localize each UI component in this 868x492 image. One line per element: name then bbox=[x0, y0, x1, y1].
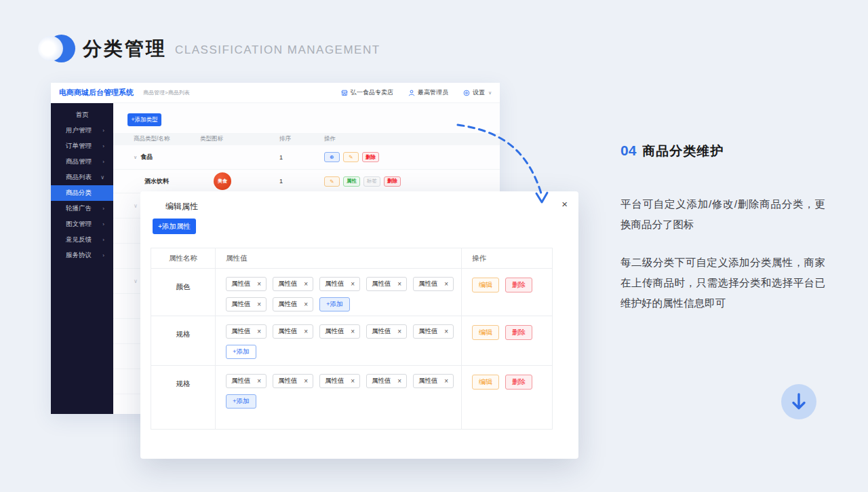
row-actions: ⊕✎删除 bbox=[324, 152, 500, 162]
edit-button[interactable]: 编辑 bbox=[472, 375, 499, 390]
annotation-panel: 04 商品分类维护 平台可自定义添加/修改/删除商品分类，更换商品分了图标 每二… bbox=[620, 143, 825, 160]
attr-value-label: 属性值 bbox=[325, 327, 344, 336]
brand-logo bbox=[39, 34, 72, 64]
edit-button[interactable]: ✎ bbox=[324, 176, 340, 187]
tag-remove-icon[interactable]: × bbox=[444, 377, 448, 385]
category-table-header: 商品类型/名称类型图标排序操作 bbox=[113, 133, 500, 145]
annotation-paragraph-1: 平台可自定义添加/修改/删除商品分类，更换商品分了图标 bbox=[620, 194, 825, 235]
tag-remove-icon[interactable]: × bbox=[304, 377, 308, 385]
tag-remove-icon[interactable]: × bbox=[444, 280, 448, 288]
edit-button[interactable]: 编辑 bbox=[472, 325, 499, 340]
tag-remove-icon[interactable]: × bbox=[351, 280, 355, 288]
tag-remove-icon[interactable]: × bbox=[444, 328, 448, 335]
user-icon bbox=[408, 90, 415, 96]
attr-value-label: 属性值 bbox=[418, 280, 438, 288]
category-name-cell[interactable]: 酒水饮料 bbox=[113, 177, 200, 186]
tag-remove-icon[interactable]: × bbox=[257, 280, 261, 288]
category-name-cell[interactable]: ∨食品 bbox=[113, 153, 200, 162]
delete-button[interactable]: 删除 bbox=[384, 176, 401, 187]
sidebar-item-label: 意见反馈 bbox=[66, 235, 92, 244]
store-menu[interactable]: 弘一食品专卖店 bbox=[341, 88, 393, 97]
tag-remove-icon[interactable]: × bbox=[397, 328, 401, 335]
tag-remove-icon[interactable]: × bbox=[257, 377, 261, 385]
add-type-button[interactable]: +添加类型 bbox=[127, 113, 161, 126]
delete-button[interactable]: 删除 bbox=[505, 375, 532, 390]
admin-brand: 电商商城后台管理系统 bbox=[59, 88, 134, 98]
add-value-button[interactable]: +添加 bbox=[226, 345, 256, 359]
attr-value-tag: 属性值× bbox=[319, 374, 360, 388]
tag-remove-icon[interactable]: × bbox=[351, 377, 355, 385]
tag-remove-icon[interactable]: × bbox=[304, 328, 308, 335]
delete-button[interactable]: 删除 bbox=[505, 278, 532, 292]
delete-button[interactable]: 删除 bbox=[362, 152, 379, 162]
add-value-button[interactable]: +添加 bbox=[319, 297, 350, 311]
sidebar-item-7[interactable]: 轮播广告› bbox=[51, 201, 113, 216]
tag-remove-icon[interactable]: × bbox=[257, 301, 261, 308]
sidebar-item-6[interactable]: 商品分类 bbox=[51, 185, 113, 201]
attr-value-tag: 属性值× bbox=[273, 297, 313, 311]
sidebar-item-label: 服务协议 bbox=[66, 251, 92, 260]
section-number: 04 bbox=[620, 143, 636, 159]
expand-chevron-icon: ∨ bbox=[113, 203, 138, 209]
tag-wrap: 属性值×属性值×属性值×属性值×属性值×+添加 bbox=[226, 324, 454, 359]
tag-remove-icon[interactable]: × bbox=[351, 328, 355, 335]
attribute-row: 规格属性值×属性值×属性值×属性值×属性值×+添加编辑删除 bbox=[151, 316, 552, 365]
tag-remove-icon[interactable]: × bbox=[257, 328, 261, 335]
attribute-actions: 编辑删除 bbox=[462, 269, 552, 318]
store-name: 弘一食品专卖店 bbox=[351, 88, 393, 97]
sidebar-item-2[interactable]: 用户管理› bbox=[51, 123, 113, 138]
add-value-button[interactable]: +添加 bbox=[226, 394, 256, 409]
attr-value-label: 属性值 bbox=[372, 280, 391, 288]
attribute-button[interactable]: 属性 bbox=[343, 176, 360, 187]
attribute-values-cell: 属性值×属性值×属性值×属性值×属性值×属性值×属性值×+添加 bbox=[216, 269, 462, 318]
attribute-actions: 编辑删除 bbox=[462, 316, 552, 366]
tag-remove-icon[interactable]: × bbox=[397, 280, 401, 288]
attribute-row: 规格属性值×属性值×属性值×属性值×属性值×+添加编辑删除 bbox=[151, 365, 552, 429]
topbar-right: 弘一食品专卖店 最高管理员 设置 ∨ bbox=[341, 88, 492, 97]
column-header: 类型图标 bbox=[200, 135, 279, 143]
expand-chevron-icon: ∨ bbox=[113, 278, 138, 284]
attr-value-label: 属性值 bbox=[231, 327, 251, 336]
chevron-right-icon: › bbox=[102, 128, 104, 134]
sidebar-item-label: 图文管理 bbox=[66, 220, 92, 229]
column-header: 操作 bbox=[462, 248, 552, 268]
logo-light-circle bbox=[38, 36, 63, 61]
attr-value-tag: 属性值× bbox=[413, 324, 454, 339]
attr-value-label: 属性值 bbox=[325, 377, 344, 385]
tag-button[interactable]: 标签 bbox=[363, 176, 380, 187]
sidebar-item-8[interactable]: 图文管理› bbox=[51, 216, 113, 232]
edit-button[interactable]: 编辑 bbox=[472, 278, 499, 292]
admin-topbar: 电商商城后台管理系统 商品管理>商品列表 弘一食品专卖店 最高管理员 设置 ∨ bbox=[51, 83, 500, 103]
add-sub-button[interactable]: ⊕ bbox=[324, 152, 340, 162]
sidebar-item-1[interactable]: 首页 bbox=[51, 107, 113, 123]
tag-remove-icon[interactable]: × bbox=[304, 301, 308, 308]
delete-button[interactable]: 删除 bbox=[505, 325, 532, 340]
sidebar-item-3[interactable]: 订单管理› bbox=[51, 138, 113, 154]
sidebar-item-5[interactable]: 商品列表∨ bbox=[51, 170, 113, 185]
category-name: 食品 bbox=[140, 153, 153, 162]
attr-value-tag: 属性值× bbox=[366, 374, 407, 388]
sort-value: 1 bbox=[279, 178, 324, 185]
settings-menu[interactable]: 设置 ∨ bbox=[463, 88, 492, 97]
sidebar-item-9[interactable]: 意见反馈› bbox=[51, 232, 113, 248]
attr-value-tag: 属性值× bbox=[413, 374, 454, 388]
sidebar-item-4[interactable]: 商品管理› bbox=[51, 154, 113, 170]
attr-value-tag: 属性值× bbox=[366, 324, 407, 339]
column-header: 属性名称 bbox=[151, 248, 216, 268]
annotation-heading: 04 商品分类维护 bbox=[620, 143, 825, 160]
close-icon[interactable]: × bbox=[561, 199, 568, 209]
scroll-down-button[interactable] bbox=[781, 384, 816, 419]
chevron-right-icon: › bbox=[102, 221, 104, 227]
category-icon: 美食 bbox=[214, 172, 231, 190]
tag-remove-icon[interactable]: × bbox=[397, 377, 401, 385]
edit-button[interactable]: ✎ bbox=[343, 152, 359, 162]
add-attribute-button[interactable]: +添加属性 bbox=[153, 219, 196, 234]
tag-remove-icon[interactable]: × bbox=[304, 280, 308, 288]
user-menu[interactable]: 最高管理员 bbox=[408, 88, 448, 97]
attr-value-label: 属性值 bbox=[372, 327, 391, 336]
attr-value-label: 属性值 bbox=[231, 280, 251, 288]
expand-chevron-icon[interactable]: ∨ bbox=[134, 155, 137, 160]
sidebar-item-10[interactable]: 服务协议› bbox=[51, 248, 113, 263]
attr-value-tag: 属性值× bbox=[273, 374, 313, 388]
attribute-values-cell: 属性值×属性值×属性值×属性值×属性值×+添加 bbox=[216, 316, 462, 366]
